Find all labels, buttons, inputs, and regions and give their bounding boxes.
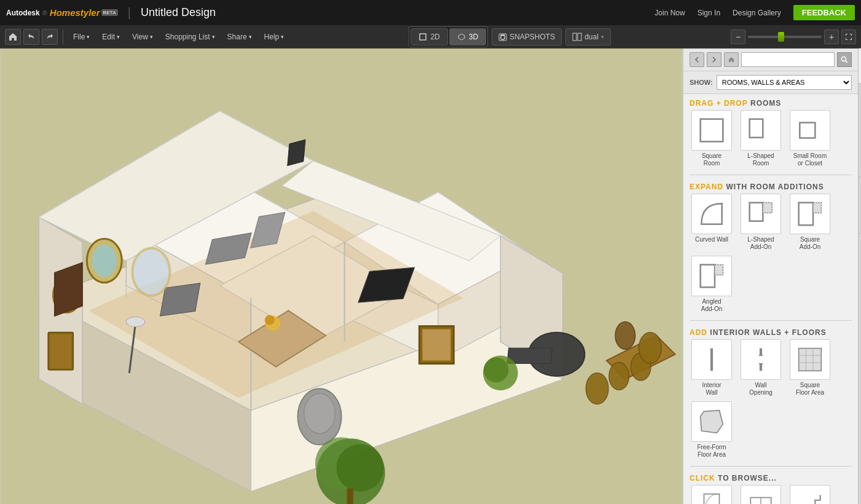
svg-rect-48: [347, 489, 353, 504]
top-bar: Autodesk ® Homestyler BETA | Untitled De…: [0, 0, 861, 25]
panel-search-button[interactable]: [837, 52, 852, 67]
share-menu[interactable]: Share▾: [222, 31, 257, 43]
windows-item[interactable]: Windows: [739, 485, 783, 504]
zoom-in-button[interactable]: +: [824, 30, 839, 44]
main-area: SHOW: ROOMS, WALLS & AREAS DRAG + DROP R…: [0, 49, 861, 504]
panel-home-button[interactable]: [724, 52, 739, 67]
redo-button[interactable]: [42, 29, 58, 45]
svg-point-57: [615, 322, 635, 350]
square-addon-label: SquareAdd-On: [800, 236, 820, 251]
stairs-icon[interactable]: [790, 485, 830, 504]
show-row: SHOW: ROOMS, WALLS & AREAS: [683, 71, 858, 94]
square-addon-icon[interactable]: [790, 194, 830, 234]
svg-rect-84: [704, 494, 720, 504]
join-now-link[interactable]: Join Now: [655, 9, 685, 17]
curved-wall-icon[interactable]: [691, 194, 732, 234]
windows-icon[interactable]: [741, 485, 781, 504]
furnish-tab[interactable]: FURNISH & DECORATE: [859, 84, 861, 177]
svg-rect-71: [799, 203, 813, 226]
panel-search-input[interactable]: [741, 52, 835, 67]
l-shaped-room-item[interactable]: L-ShapedRoom: [739, 110, 783, 167]
view-menu[interactable]: View▾: [127, 31, 158, 43]
square-floor-label: SquareFloor Area: [796, 382, 824, 396]
small-room-item[interactable]: Small Roomor Closet: [788, 110, 832, 167]
interior-wall-item[interactable]: InteriorWall: [690, 339, 734, 396]
wall-opening-label: WallOpening: [749, 382, 773, 396]
svg-point-31: [92, 245, 117, 277]
doors-item[interactable]: Doors: [690, 485, 734, 504]
expand-label: EXPAND: [690, 183, 723, 191]
build-tab[interactable]: BUILD: [859, 49, 861, 84]
homestyler-text: Homestyler: [50, 7, 100, 18]
l-shaped-addon-item[interactable]: L-ShapedAdd-On: [739, 194, 783, 251]
sign-in-link[interactable]: Sign In: [698, 9, 720, 17]
dual-view-button[interactable]: dual ▾: [565, 28, 611, 45]
panel-back-button[interactable]: [690, 52, 704, 67]
file-menu[interactable]: File▾: [68, 31, 95, 43]
square-addon-item[interactable]: SquareAdd-On: [788, 194, 832, 251]
additions-label: WITH ROOM ADDITIONS: [726, 183, 824, 191]
angled-addon-icon[interactable]: [691, 256, 732, 296]
panel-forward-button[interactable]: [707, 52, 721, 67]
svg-point-59: [126, 317, 144, 326]
square-floor-item[interactable]: SquareFloor Area: [788, 339, 832, 396]
zoom-out-button[interactable]: −: [731, 30, 745, 44]
wall-opening-icon[interactable]: [741, 339, 781, 380]
home-button[interactable]: [5, 29, 21, 45]
curved-wall-item[interactable]: Curved Wall: [690, 194, 734, 251]
show-select[interactable]: ROOMS, WALLS & AREAS: [717, 75, 852, 90]
zoom-slider-thumb[interactable]: [778, 32, 784, 42]
undo-button[interactable]: [23, 29, 39, 45]
svg-line-67: [846, 61, 848, 63]
landscape-tab[interactable]: LANDSCAPE: [859, 176, 861, 233]
divider-2: [690, 320, 852, 321]
curved-wall-label: Curved Wall: [695, 236, 728, 243]
interior-wall-icon[interactable]: [691, 339, 732, 380]
svg-rect-72: [813, 203, 821, 213]
svg-rect-70: [763, 203, 772, 213]
view-2d-button[interactable]: 2D: [411, 28, 447, 45]
l-shaped-room-label: L-ShapedRoom: [747, 152, 774, 167]
show-label: SHOW:: [690, 79, 713, 86]
top-nav: Join Now Sign In Design Gallery FEEDBACK: [655, 5, 855, 20]
stairs-item[interactable]: Stairs: [788, 485, 832, 504]
zoom-slider[interactable]: [748, 36, 822, 38]
svg-rect-51: [507, 348, 552, 363]
add-walls-header: ADD INTERIOR WALLS + FLOORS: [690, 323, 852, 339]
build-panel-content: DRAG + DROP ROOMS SquareRoom: [683, 94, 858, 504]
doors-icon[interactable]: [691, 485, 732, 504]
design-gallery-link[interactable]: Design Gallery: [733, 9, 781, 17]
expand-header: EXPAND WITH ROOM ADDITIONS: [690, 178, 852, 194]
design-title: Untitled Design: [141, 6, 216, 19]
help-menu[interactable]: Help▾: [259, 31, 289, 43]
freeform-floor-item[interactable]: Free-FormFloor Area: [690, 401, 734, 459]
fullscreen-button[interactable]: [841, 30, 856, 44]
svg-point-53: [586, 373, 608, 404]
shopping-list-menu[interactable]: Shopping List▾: [160, 31, 220, 43]
search-tab[interactable]: [859, 276, 861, 292]
canvas-area[interactable]: [0, 49, 683, 504]
square-room-icon[interactable]: [691, 110, 732, 151]
svg-point-54: [609, 363, 629, 390]
small-room-icon[interactable]: [790, 110, 830, 151]
freeform-floor-icon[interactable]: [691, 401, 732, 442]
l-shaped-room-icon[interactable]: [741, 110, 781, 151]
l-shaped-addon-icon[interactable]: [741, 194, 781, 234]
svg-point-41: [265, 315, 275, 325]
feedback-button[interactable]: FEEDBACK: [793, 5, 855, 20]
beta-badge: BETA: [101, 9, 118, 16]
snapshots-button[interactable]: SNAPSHOTS: [492, 28, 562, 45]
small-room-label: Small Roomor Closet: [793, 152, 827, 167]
divider-3: [690, 466, 852, 467]
brands-tab[interactable]: BRANDS: [859, 233, 861, 276]
right-panel: SHOW: ROOMS, WALLS & AREAS DRAG + DROP R…: [683, 49, 858, 504]
square-room-item[interactable]: SquareRoom: [690, 110, 734, 167]
square-floor-icon[interactable]: [790, 339, 830, 380]
angled-addon-item[interactable]: AngledAdd-On: [690, 256, 734, 313]
edit-menu[interactable]: Edit▾: [97, 31, 125, 43]
toolbar-right: − +: [731, 30, 856, 44]
panel-nav: [683, 49, 858, 71]
sidebar-container: SHOW: ROOMS, WALLS & AREAS DRAG + DROP R…: [683, 49, 861, 504]
view-3d-button[interactable]: 3D: [449, 28, 486, 45]
wall-opening-item[interactable]: WallOpening: [739, 339, 783, 396]
